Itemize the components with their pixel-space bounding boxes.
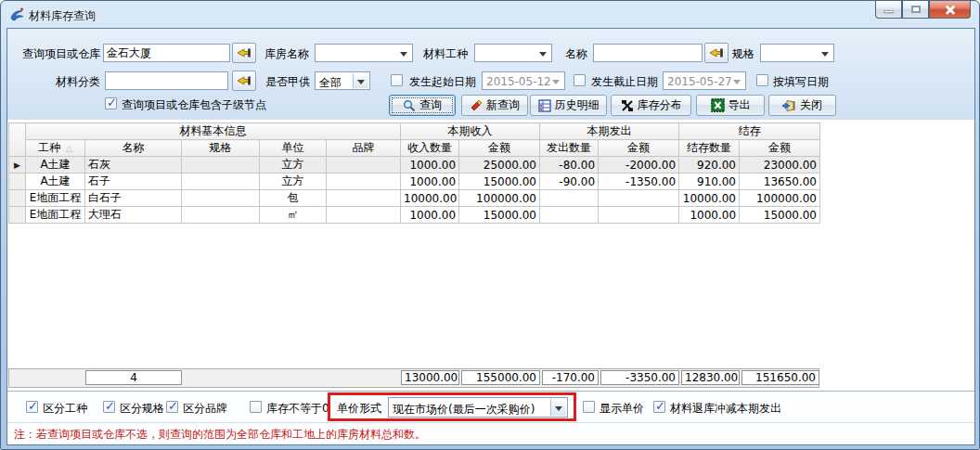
col-header-out-amt[interactable]: 金额 bbox=[599, 140, 679, 157]
name-input[interactable] bbox=[593, 44, 703, 62]
col-header-out-qty[interactable]: 发出数量 bbox=[540, 140, 599, 157]
project-label: 查询项目或仓库 bbox=[22, 47, 100, 60]
table-row[interactable]: A土建 石子 立方 1000.00 15000.00 -90.00 -1350.… bbox=[9, 174, 820, 190]
col-header-unit[interactable]: 单位 bbox=[260, 140, 327, 157]
end-date-checkbox[interactable] bbox=[574, 74, 586, 86]
chevron-down-icon bbox=[357, 80, 365, 84]
distinguish-brand-label: 区分品牌 bbox=[183, 402, 227, 415]
end-date-label: 发生截止日期 bbox=[591, 75, 658, 88]
fill-date-checkbox[interactable] bbox=[756, 74, 768, 86]
category-input[interactable] bbox=[105, 71, 228, 90]
new-query-button-label: 新查询 bbox=[486, 97, 520, 113]
history-button-label: 历史明细 bbox=[555, 97, 600, 113]
hand-picker-icon bbox=[237, 46, 251, 59]
distribution-button-label: 库存分布 bbox=[638, 97, 682, 113]
return-offset-checkbox[interactable] bbox=[653, 401, 665, 413]
warehouse-label: 库房名称 bbox=[264, 47, 309, 60]
chevron-down-icon bbox=[821, 52, 829, 57]
group-basic-info: 材料基本信息 bbox=[26, 123, 401, 140]
col-header-in-qty[interactable]: 收入数量 bbox=[401, 140, 459, 157]
distinguish-brand-checkbox[interactable] bbox=[166, 401, 178, 413]
col-header-brand[interactable]: 品牌 bbox=[327, 140, 401, 157]
query-button[interactable]: 查询 bbox=[389, 95, 456, 116]
group-balance: 结存 bbox=[679, 123, 820, 140]
column-header-row: 工种△ 名称 规格 单位 品牌 收入数量 金额 发出数量 金额 结存数量 金额 bbox=[9, 140, 820, 157]
row-indicator-header bbox=[9, 123, 26, 157]
project-picker-button[interactable] bbox=[232, 43, 256, 63]
table-row[interactable]: E地面工程 大理石 ㎡ 1000.00 15000.00 1000.00 150… bbox=[9, 207, 820, 224]
project-input[interactable] bbox=[103, 44, 230, 62]
include-children-checkbox[interactable] bbox=[105, 97, 117, 109]
col-header-in-amt[interactable]: 金额 bbox=[459, 140, 540, 157]
end-date-combo[interactable]: 2015-05-27 bbox=[663, 71, 746, 90]
exit-door-icon bbox=[782, 99, 796, 112]
fill-date-label: 按填写日期 bbox=[773, 75, 829, 88]
maximize-icon bbox=[911, 6, 921, 13]
show-price-label: 显示单价 bbox=[600, 402, 644, 415]
tools-icon bbox=[621, 99, 634, 112]
summary-strip: 4 13000.00 155000.00 -170.00 -3350.00 12… bbox=[8, 368, 819, 388]
inventory-table: 材料基本信息 本期收入 本期发出 结存 工种△ 名称 规格 单位 品牌 收入数量… bbox=[8, 122, 820, 224]
inventory-grid: 材料基本信息 本期收入 本期发出 结存 工种△ 名称 规格 单位 品牌 收入数量… bbox=[7, 120, 974, 391]
spec-combo[interactable] bbox=[760, 44, 834, 62]
include-children-label: 查询项目或仓库包含子级节点 bbox=[122, 98, 266, 111]
summary-row-count: 4 bbox=[85, 370, 182, 385]
chevron-down-icon bbox=[733, 80, 741, 84]
start-date-checkbox[interactable] bbox=[391, 74, 403, 86]
summary-bal-amt: 151650.00 bbox=[741, 370, 819, 385]
footer-divider bbox=[7, 422, 974, 423]
app-logo-icon bbox=[9, 6, 25, 22]
price-mode-combo[interactable]: 现在市场价(最后一次采购价) bbox=[388, 397, 568, 418]
show-price-checkbox[interactable] bbox=[583, 401, 595, 413]
maximize-button[interactable] bbox=[902, 1, 929, 19]
return-offset-label: 材料退库冲减本期发出 bbox=[670, 402, 781, 415]
owner-supplied-combo[interactable]: 全部 bbox=[315, 71, 370, 90]
price-mode-label: 单价形式 bbox=[337, 402, 381, 415]
summary-out-qty: -170.00 bbox=[542, 370, 599, 385]
minimize-icon bbox=[883, 10, 894, 13]
close-button[interactable] bbox=[929, 1, 971, 19]
name-picker-button[interactable] bbox=[704, 43, 729, 63]
summary-in-qty: 13000.00 bbox=[401, 370, 459, 385]
row-indicator: ▶ bbox=[9, 157, 26, 174]
dropdown-button[interactable] bbox=[550, 399, 566, 416]
start-date-combo[interactable]: 2015-05-12 bbox=[482, 71, 565, 90]
dropdown-button[interactable] bbox=[353, 73, 368, 88]
history-button[interactable]: 历史明细 bbox=[530, 95, 607, 116]
brush-icon bbox=[470, 99, 483, 112]
category-label: 材料分类 bbox=[56, 75, 100, 88]
col-header-bal-qty[interactable]: 结存数量 bbox=[679, 140, 740, 157]
new-query-button[interactable]: 新查询 bbox=[461, 95, 528, 116]
chevron-down-icon bbox=[539, 52, 547, 57]
minimize-button[interactable] bbox=[875, 1, 902, 19]
table-row[interactable]: E地面工程 白石子 包 10000.00 100000.00 10000.00 … bbox=[9, 190, 820, 207]
col-header-trade[interactable]: 工种△ bbox=[26, 140, 85, 157]
window-controls bbox=[875, 1, 971, 19]
distinguish-spec-checkbox[interactable] bbox=[103, 401, 115, 413]
export-button-label: 导出 bbox=[729, 97, 751, 113]
category-picker-button[interactable] bbox=[232, 71, 256, 91]
table-row[interactable]: ▶ A土建 石灰 立方 1000.00 25000.00 -80.00 -200… bbox=[9, 157, 820, 174]
excel-export-icon bbox=[711, 98, 725, 112]
warehouse-combo[interactable] bbox=[315, 44, 413, 62]
search-icon bbox=[403, 99, 416, 112]
export-button[interactable]: 导出 bbox=[696, 95, 765, 116]
distribution-button[interactable]: 库存分布 bbox=[611, 95, 691, 116]
stock-nonzero-label: 库存不等于0 bbox=[266, 402, 329, 415]
window-title: 材料库存查询 bbox=[29, 8, 96, 24]
col-header-name[interactable]: 名称 bbox=[85, 140, 182, 157]
col-header-spec[interactable]: 规格 bbox=[182, 140, 260, 157]
group-period-out: 本期发出 bbox=[540, 123, 679, 140]
stock-nonzero-checkbox[interactable] bbox=[250, 401, 262, 413]
chevron-down-icon bbox=[555, 406, 562, 411]
trade-combo[interactable] bbox=[474, 44, 552, 62]
distinguish-trade-checkbox[interactable] bbox=[26, 401, 38, 413]
titlebar[interactable]: 材料库存查询 bbox=[1, 1, 979, 28]
distinguish-trade-label: 区分工种 bbox=[43, 402, 87, 415]
group-period-in: 本期收入 bbox=[401, 123, 540, 140]
sort-asc-icon: △ bbox=[66, 144, 72, 153]
close-window-button[interactable]: 关闭 bbox=[768, 95, 836, 116]
col-header-bal-amt[interactable]: 金额 bbox=[740, 140, 820, 157]
start-date-label: 发生起始日期 bbox=[409, 75, 476, 88]
close-window-button-label: 关闭 bbox=[800, 97, 822, 113]
